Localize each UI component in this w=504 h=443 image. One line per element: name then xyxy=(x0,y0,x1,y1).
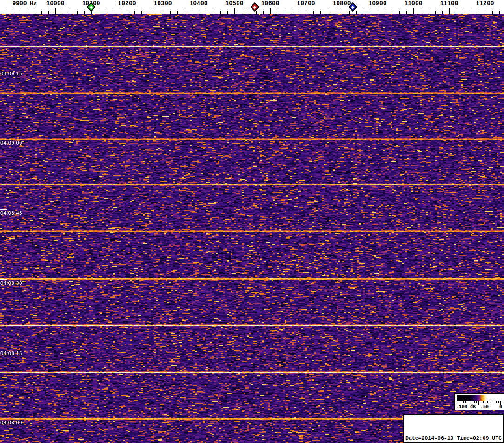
frequency-tick xyxy=(285,11,285,14)
frequency-tick xyxy=(48,11,49,14)
colorbar-tick xyxy=(483,401,484,403)
frequency-tick xyxy=(406,11,407,14)
frequency-tick-label: 11000 xyxy=(404,0,422,7)
colorbar-tick xyxy=(470,401,470,403)
time-tick xyxy=(0,419,7,419)
frequency-tick xyxy=(213,11,213,14)
colorbar-tick xyxy=(487,401,488,403)
frequency-tick xyxy=(220,11,221,14)
frequency-tick xyxy=(27,11,27,14)
frequency-tick xyxy=(185,11,185,14)
frequency-tick xyxy=(242,11,242,14)
frequency-tick xyxy=(63,11,63,14)
colorbar-tick xyxy=(463,401,464,403)
frequency-tick xyxy=(385,11,385,14)
frequency-tick xyxy=(356,11,357,14)
info-box: Date=2014-06-10 Time=02:09 UTCFreq=143 0… xyxy=(403,414,504,443)
spectrogram-waterfall[interactable] xyxy=(0,14,504,443)
frequency-tick xyxy=(457,11,457,14)
frequency-tick xyxy=(106,11,106,14)
time-tick xyxy=(0,350,7,350)
frequency-tick xyxy=(399,11,400,14)
frequency-tick xyxy=(120,11,120,14)
frequency-tick-label: 10300 xyxy=(153,0,172,7)
marker-center-dot xyxy=(351,5,354,8)
frequency-tick xyxy=(227,11,228,14)
frequency-tick xyxy=(34,11,34,14)
frequency-tick xyxy=(392,11,392,14)
frequency-tick xyxy=(113,11,113,14)
time-tick xyxy=(0,139,7,139)
colorbar-label-mid: -50 xyxy=(480,404,489,410)
frequency-tick xyxy=(256,11,257,14)
frequency-tick xyxy=(328,11,328,14)
time-tick xyxy=(0,70,7,70)
frequency-tick-label: 11200 xyxy=(476,0,494,7)
frequency-tick xyxy=(349,11,350,14)
colorbar-gradient xyxy=(457,395,503,401)
frequency-tick xyxy=(428,11,428,14)
frequency-tick xyxy=(134,11,135,14)
frequency-tick xyxy=(320,11,321,14)
frequency-unit-label: Hz xyxy=(30,0,37,7)
frequency-tick xyxy=(478,11,478,14)
frequency-tick xyxy=(306,8,306,14)
frequency-tick xyxy=(156,11,156,14)
frequency-tick xyxy=(364,11,364,14)
frequency-tick xyxy=(177,11,178,14)
frequency-tick xyxy=(170,11,171,14)
frequency-tick xyxy=(77,11,78,14)
frequency-tick xyxy=(435,11,436,14)
frequency-tick xyxy=(141,11,142,14)
frequency-tick-label: 10700 xyxy=(297,0,315,7)
colorbar-label-max: 0 xyxy=(499,404,502,410)
frequency-tick xyxy=(413,8,414,14)
colorbar-tick xyxy=(496,401,497,403)
frequency-tick xyxy=(13,11,13,14)
frequency-tick-label: 10500 xyxy=(225,0,243,7)
colorbar-tick xyxy=(465,401,466,403)
frequency-tick xyxy=(471,11,471,14)
frequency-tick xyxy=(70,11,70,14)
time-tick-label: 04:08:30 xyxy=(0,280,22,286)
frequency-tick-label: 9900 xyxy=(12,0,27,7)
frequency-tick xyxy=(99,11,99,14)
frequency-tick xyxy=(192,11,192,14)
frequency-tick xyxy=(149,11,149,14)
frequency-tick xyxy=(163,8,163,14)
frequency-tick-label: 10000 xyxy=(46,0,64,7)
frequency-tick xyxy=(335,11,335,14)
colorbar-tick xyxy=(494,401,494,403)
frequency-tick xyxy=(55,8,56,14)
time-tick xyxy=(0,279,7,280)
colorbar-tick xyxy=(461,401,461,403)
frequency-tick-label: 10400 xyxy=(189,0,207,7)
time-tick-label: 04:09:15 xyxy=(0,71,22,76)
frequency-tick xyxy=(278,11,278,14)
frequency-tick xyxy=(449,8,450,14)
frequency-tick xyxy=(464,11,464,14)
spectrogram-app: Hz 9900100001010010200103001040010500106… xyxy=(0,0,504,443)
info-line: Date=2014-06-10 Time=02:09 UTC xyxy=(405,435,503,442)
colorbar-tick xyxy=(498,401,499,403)
frequency-tick-label: 11100 xyxy=(440,0,458,7)
frequency-tick xyxy=(378,8,378,14)
frequency-tick xyxy=(421,11,421,14)
frequency-tick xyxy=(371,11,371,14)
colorbar-labels: -100 dB -50 0 xyxy=(456,404,503,410)
marker-center-dot xyxy=(89,5,93,8)
frequency-tick-label: 10800 xyxy=(332,0,351,7)
frequency-tick xyxy=(84,11,85,14)
colorbar-tick xyxy=(485,401,485,403)
colorbar-label-min: -100 dB xyxy=(456,404,476,410)
frequency-tick xyxy=(263,11,264,14)
frequency-tick xyxy=(292,11,292,14)
frequency-tick xyxy=(485,8,485,14)
frequency-tick xyxy=(342,8,342,14)
time-tick-label: 04:09:00 xyxy=(0,140,22,145)
frequency-tick xyxy=(127,8,127,14)
frequency-tick xyxy=(234,8,235,14)
colorbar-tick xyxy=(459,401,459,403)
colorbar-tick xyxy=(476,401,477,403)
frequency-tick xyxy=(442,11,443,14)
